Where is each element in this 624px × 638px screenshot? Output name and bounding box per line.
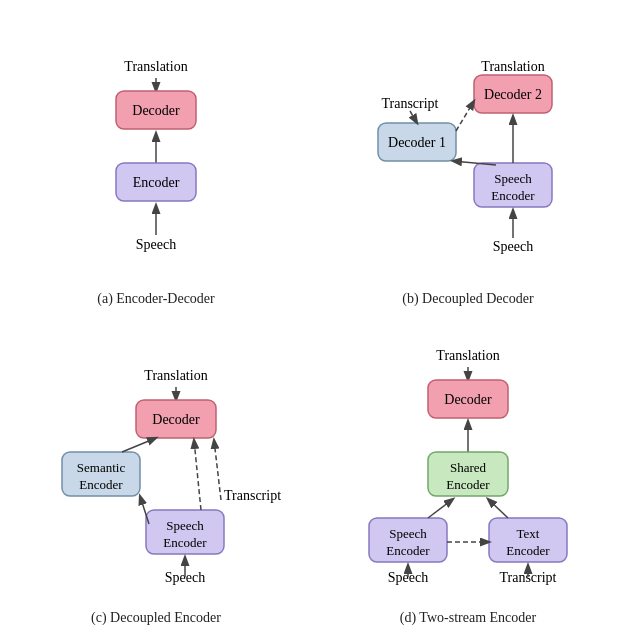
label-speech-b: Speech	[493, 239, 533, 254]
label-speech-enc-d: Speech	[389, 526, 427, 541]
label-speech-enc-d2: Encoder	[386, 543, 430, 558]
label-speech-enc-b: Speech	[494, 171, 532, 186]
svg-a: Translation Decoder Enco	[76, 53, 236, 283]
label-decoder-d: Decoder	[444, 392, 492, 407]
label-shared-enc-d2: Encoder	[446, 477, 490, 492]
caption-a: (a) Encoder-Decoder	[97, 291, 214, 307]
diagram-c: Translation Decoder Semantic Encoder Spe…	[46, 362, 266, 602]
label-decoder-c: Decoder	[152, 412, 200, 427]
label-text-enc-d2: Encoder	[506, 543, 550, 558]
label-semantic-enc-c2: Encoder	[79, 477, 123, 492]
svg-d: Translation Decoder Shared Encoder Speec…	[353, 342, 583, 602]
label-transcript-b: Transcript	[381, 96, 438, 111]
label-translation-d: Translation	[436, 348, 499, 363]
cell-a: Translation Decoder Enco	[0, 0, 312, 319]
label-transcript-c: Transcript	[224, 488, 281, 503]
diagram-b: Translation Transcript Decoder 2 Decoder…	[358, 53, 578, 283]
arrow-transcript-dec-c	[214, 440, 221, 500]
label-semantic-enc-c: Semantic	[77, 460, 126, 475]
label-decoder2-b: Decoder 2	[484, 87, 542, 102]
caption-b: (b) Decoupled Decoder	[402, 291, 533, 307]
label-translation-b: Translation	[481, 59, 544, 74]
label-speech-enc-c: Speech	[166, 518, 204, 533]
cell-c: Translation Decoder Semantic Encoder Spe…	[0, 319, 312, 638]
label-translation-c: Translation	[144, 368, 207, 383]
caption-d: (d) Two-stream Encoder	[400, 610, 536, 626]
cell-b: Translation Transcript Decoder 2 Decoder…	[312, 0, 624, 319]
label-speech-a: Speech	[136, 237, 176, 252]
arrow-dec1-dec2-b	[456, 101, 474, 131]
svg-c: Translation Decoder Semantic Encoder Spe…	[46, 362, 266, 602]
label-speech-enc-c2: Encoder	[163, 535, 207, 550]
caption-c: (c) Decoupled Encoder	[91, 610, 221, 626]
label-text-enc-d: Text	[517, 526, 540, 541]
arrow-semenc-dec-c	[122, 438, 156, 452]
svg-b: Translation Transcript Decoder 2 Decoder…	[358, 53, 578, 283]
label-encoder-a: Encoder	[133, 175, 180, 190]
label-translation-a: Translation	[124, 59, 187, 74]
label-decoder1-b: Decoder 1	[388, 135, 446, 150]
arrow-textenc-sharedenc-d	[488, 499, 508, 518]
arrow-spenc-semenc-c	[140, 496, 149, 524]
diagram-grid: Translation Decoder Enco	[0, 0, 624, 638]
diagram-a: Translation Decoder Enco	[76, 53, 236, 283]
arrow-spenc-sharedenc-d	[428, 499, 453, 518]
label-decoder-a: Decoder	[132, 103, 180, 118]
label-speech-enc-b2: Encoder	[491, 188, 535, 203]
diagram-d: Translation Decoder Shared Encoder Speec…	[353, 342, 583, 602]
cell-d: Translation Decoder Shared Encoder Speec…	[312, 319, 624, 638]
label-shared-enc-d: Shared	[450, 460, 487, 475]
arrow-spenc-dec-c	[194, 440, 201, 510]
arrow-transcript-dec1-b	[410, 111, 417, 123]
